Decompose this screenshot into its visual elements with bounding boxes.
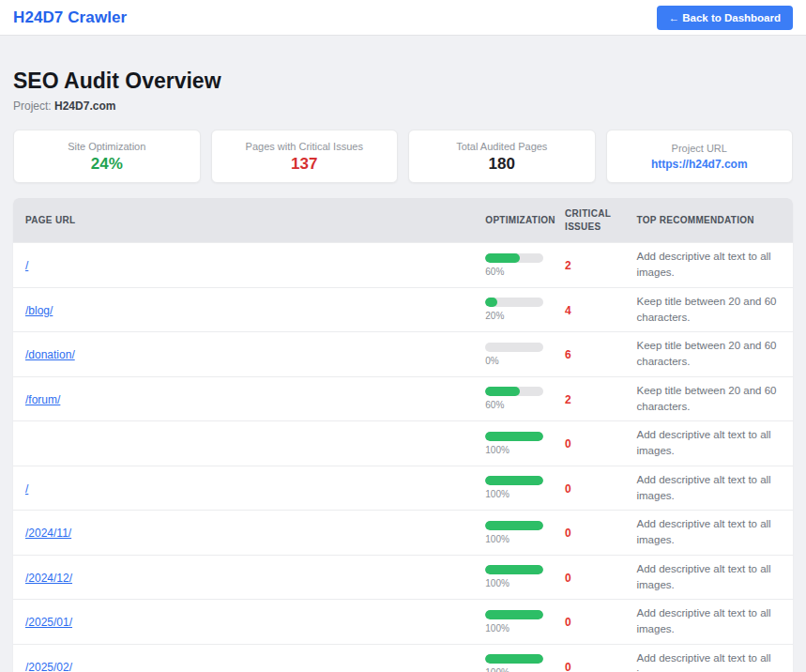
top-recommendation: Add descriptive alt text to all images.: [636, 427, 781, 460]
critical-issues-count: 0: [565, 482, 571, 496]
card-label: Total Audited Pages: [456, 141, 547, 152]
page-url-link[interactable]: /2024/11/: [25, 527, 71, 540]
audit-table-header: Page URL Optimization Critical Issues To…: [13, 198, 793, 243]
optimization-percent: 60%: [485, 267, 540, 277]
column-header-critical-issues: Critical Issues: [553, 198, 624, 243]
summary-cards: Site Optimization 24% Pages with Critica…: [13, 130, 793, 183]
page-url-link[interactable]: /: [25, 259, 28, 272]
card-label: Project URL: [672, 143, 727, 154]
top-recommendation: Add descriptive alt text to all images.: [636, 605, 781, 638]
top-recommendation: Add descriptive alt text to all images.: [636, 249, 781, 282]
audit-table-body: / 60% 2 Add descriptive alt text to all …: [13, 243, 793, 672]
optimization-bar-fill: [485, 298, 496, 307]
audit-table: Page URL Optimization Critical Issues To…: [13, 198, 793, 672]
card-label: Pages with Critical Issues: [246, 141, 363, 152]
card-label: Site Optimization: [68, 141, 145, 152]
back-to-dashboard-button[interactable]: ← Back to Dashboard: [657, 6, 794, 30]
project-label: Project:: [13, 99, 52, 113]
critical-issues-count: 0: [565, 572, 571, 585]
column-header-page-url: Page URL: [13, 198, 473, 243]
table-row: /2024/12/ 100% 0 Add descriptive alt tex…: [13, 555, 793, 600]
top-recommendation: Add descriptive alt text to all images.: [636, 472, 781, 505]
card-project-url: Project URL https://h24d7.com: [606, 130, 794, 183]
column-header-optimization: Optimization: [473, 198, 553, 243]
table-row: / 100% 0 Add descriptive alt text to all…: [13, 466, 793, 511]
table-row: /forum/ 60% 2 Keep title between 20 and …: [13, 376, 793, 421]
optimization-bar: [485, 565, 543, 574]
card-site-optimization: Site Optimization 24%: [13, 130, 201, 183]
optimization-bar-fill: [485, 432, 543, 441]
optimization-bar-fill: [485, 565, 543, 574]
optimization-bar-fill: [485, 654, 543, 664]
page-url-link[interactable]: /2025/01/: [25, 616, 72, 629]
optimization-percent: 100%: [485, 489, 540, 499]
page-url-link[interactable]: /2024/12/: [25, 572, 72, 585]
top-recommendation: Keep title between 20 and 60 characters.: [636, 294, 781, 327]
optimization-bar: [485, 654, 543, 664]
table-row: /blog/ 20% 4 Keep title between 20 and 6…: [13, 287, 793, 332]
optimization-percent: 100%: [485, 623, 540, 634]
optimization-percent: 60%: [485, 400, 540, 410]
total-pages-value: 180: [489, 156, 515, 172]
critical-issues-count: 0: [565, 661, 571, 672]
optimization-bar-fill: [485, 387, 520, 396]
optimization-percent: 100%: [485, 445, 540, 455]
optimization-bar-fill: [485, 521, 543, 530]
page-url-link[interactable]: /blog/: [25, 304, 53, 317]
critical-issues-count: 2: [565, 259, 571, 272]
table-row: /2025/02/ 100% 0 Add descriptive alt tex…: [13, 644, 793, 672]
top-recommendation: Keep title between 20 and 60 characters.: [636, 383, 781, 416]
critical-issues-count: 6: [565, 348, 571, 361]
top-recommendation: Add descriptive alt text to all images.: [636, 516, 781, 549]
project-name: H24D7.com: [54, 99, 115, 113]
optimization-percent: 20%: [485, 311, 540, 321]
optimization-percent: 100%: [485, 667, 540, 672]
project-line: Project: H24D7.com: [13, 99, 793, 113]
optimization-percent: 100%: [485, 534, 540, 544]
top-recommendation: Add descriptive alt text to all images.: [636, 650, 781, 672]
card-total-pages: Total Audited Pages 180: [408, 130, 596, 183]
top-bar: H24D7 Crawler ← Back to Dashboard: [0, 0, 806, 36]
main-content: SEO Audit Overview Project: H24D7.com Si…: [0, 36, 806, 672]
critical-issues-count: 2: [565, 393, 571, 406]
optimization-percent: 0%: [485, 356, 540, 366]
project-url-link[interactable]: https://h24d7.com: [651, 158, 748, 171]
optimization-bar: [485, 298, 543, 307]
optimization-bar: [485, 521, 543, 530]
optimization-bar: [485, 343, 543, 352]
optimization-bar-fill: [485, 476, 543, 485]
optimization-bar: [485, 432, 543, 441]
optimization-bar-fill: [485, 610, 543, 619]
table-row: /donation/ 0% 6 Keep title between 20 an…: [13, 332, 793, 377]
table-row: / 60% 2 Add descriptive alt text to all …: [13, 243, 793, 288]
critical-issues-count: 0: [565, 616, 571, 629]
page-url-link[interactable]: /forum/: [25, 393, 60, 406]
card-critical-issues: Pages with Critical Issues 137: [211, 130, 399, 183]
critical-issues-value: 137: [291, 156, 317, 172]
critical-issues-count: 0: [565, 437, 571, 451]
top-recommendation: Keep title between 20 and 60 characters.: [636, 338, 781, 371]
table-row: /2025/01/ 100% 0 Add descriptive alt tex…: [13, 600, 793, 645]
critical-issues-count: 4: [565, 304, 571, 317]
table-row: /2024/11/ 100% 0 Add descriptive alt tex…: [13, 511, 793, 556]
site-optimization-value: 24%: [91, 156, 123, 172]
table-row: 100% 0 Add descriptive alt text to all i…: [13, 421, 793, 466]
page-url-link[interactable]: /: [25, 482, 28, 496]
optimization-bar: [485, 253, 543, 263]
optimization-bar-fill: [485, 253, 520, 263]
optimization-bar: [485, 610, 543, 619]
app-brand: H24D7 Crawler: [13, 8, 127, 27]
page-url-link[interactable]: /2025/02/: [25, 661, 72, 672]
page-url-link[interactable]: /donation/: [25, 348, 75, 361]
optimization-percent: 100%: [485, 578, 540, 588]
top-recommendation: Add descriptive alt text to all images.: [636, 561, 781, 594]
page-title: SEO Audit Overview: [13, 69, 793, 94]
optimization-bar: [485, 387, 543, 396]
column-header-top-recommendation: Top Recommendation: [624, 198, 793, 243]
critical-issues-count: 0: [565, 527, 571, 540]
optimization-bar: [485, 476, 543, 485]
